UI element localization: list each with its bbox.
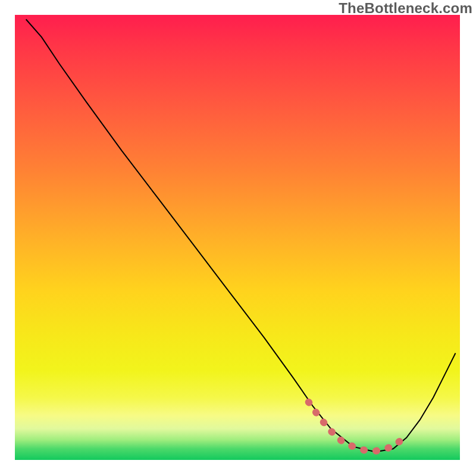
plot-background bbox=[15, 15, 460, 460]
watermark-label: TheBottleneck.com bbox=[339, 0, 472, 17]
bottleneck-chart bbox=[0, 0, 476, 476]
chart-container: TheBottleneck.com bbox=[0, 0, 476, 476]
